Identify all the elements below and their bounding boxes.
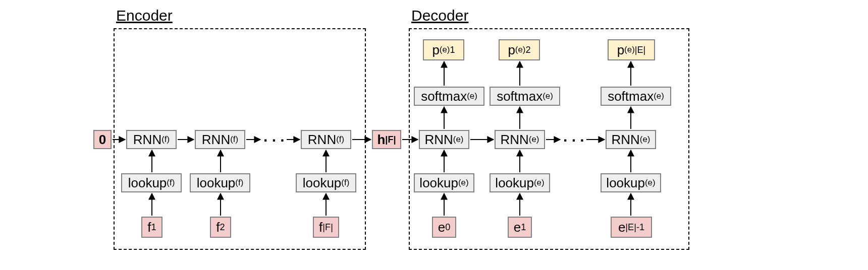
dec-softmax-3: softmax(e) [601, 87, 671, 106]
din-base1: e [438, 220, 445, 235]
dec-softmax-2: softmax(e) [490, 87, 560, 106]
enc-rnn-base: RNN [133, 132, 161, 148]
dlk-sup1: (e) [458, 178, 469, 188]
sm-base1: softmax [421, 89, 467, 104]
hidden-h: h|F| [372, 130, 401, 149]
dec-lookup-1: lookup(e) [414, 173, 474, 192]
enc-lookup-2: lookup(f) [190, 173, 250, 192]
dec-p-2: p(e)2 [499, 39, 540, 60]
enc-rnn-sup3: (f) [336, 134, 344, 145]
enc-rnn-2: RNN(f) [195, 130, 245, 149]
enc-rnn-1: RNN(f) [126, 130, 177, 149]
din-sub3: |E|-1 [625, 222, 644, 233]
dlk-base2: lookup [495, 175, 534, 191]
dec-input-2: e1 [508, 217, 532, 238]
sm-base2: softmax [497, 89, 542, 104]
dec-rnn-3: RNN(e) [606, 130, 656, 149]
h-sub: |F| [385, 134, 396, 145]
p-base1: p [432, 42, 439, 58]
p-sub1: 1 [450, 45, 455, 55]
enc-rnn-base3: RNN [308, 132, 336, 148]
enc-rnn-3: RNN(f) [301, 130, 351, 149]
enc-rnn-sup: (f) [161, 134, 170, 145]
dec-p-1: p(e)1 [423, 39, 464, 60]
drnn-base3: RNN [612, 132, 640, 148]
drnn-sup2: (e) [529, 134, 539, 145]
p-sub2: 2 [526, 45, 531, 55]
enc-rnn-sup2: (f) [230, 134, 238, 145]
dec-lookup-3: lookup(e) [601, 173, 661, 192]
din-base2: e [514, 220, 521, 235]
drnn-sup3: (e) [640, 134, 650, 145]
enc-ellipsis: · · · [263, 132, 285, 149]
enc-in-sub3: |F| [322, 222, 333, 233]
dec-rnn-2: RNN(e) [495, 130, 545, 149]
dec-p-3: p(e)|E| [608, 39, 655, 60]
enc-input-1: f1 [141, 217, 162, 238]
p-sup2: (e) [515, 45, 526, 55]
din-sub2: 1 [521, 222, 526, 233]
dec-rnn-1: RNN(e) [419, 130, 469, 149]
enc-lookup-1: lookup(f) [121, 173, 182, 192]
sm-sup2: (e) [542, 91, 553, 101]
init-zero: 0 [93, 130, 112, 149]
dec-lookup-2: lookup(e) [490, 173, 550, 192]
enc-in-base: f [147, 220, 151, 235]
enc-in-base2: f [216, 220, 220, 235]
dlk-sup2: (e) [534, 178, 545, 188]
din-base3: e [618, 220, 625, 235]
dlk-base3: lookup [606, 175, 645, 191]
enc-lookup-sup: (f) [167, 178, 175, 188]
enc-lookup-base: lookup [128, 175, 167, 191]
sm-sup3: (e) [654, 91, 664, 101]
dec-ellipsis: · · · [563, 132, 584, 149]
decoder-title: Decoder [411, 7, 468, 24]
sm-sup1: (e) [467, 91, 477, 101]
enc-lookup-sup3: (f) [341, 178, 349, 188]
dlk-base1: lookup [419, 175, 458, 191]
drnn-base2: RNN [501, 132, 529, 148]
enc-in-sub2: 2 [220, 222, 225, 233]
enc-lookup-sup2: (f) [235, 178, 243, 188]
p-sup1: (e) [440, 45, 450, 55]
p-sup3: (e) [624, 45, 635, 55]
p-base2: p [508, 42, 515, 58]
din-sub1: 0 [445, 222, 450, 233]
enc-input-2: f2 [210, 217, 231, 238]
enc-lookup-base3: lookup [303, 175, 342, 191]
dec-input-3: e|E|-1 [611, 217, 652, 238]
p-base3: p [617, 42, 624, 58]
h-base: h [377, 132, 385, 148]
enc-in-sub: 1 [151, 222, 156, 233]
enc-lookup-base2: lookup [197, 175, 236, 191]
enc-input-3: f|F| [313, 217, 339, 238]
drnn-base1: RNN [425, 132, 453, 148]
dlk-sup3: (e) [645, 178, 656, 188]
sm-base3: softmax [608, 89, 654, 104]
dec-input-1: e0 [432, 217, 456, 238]
enc-rnn-base2: RNN [202, 132, 230, 148]
drnn-sup1: (e) [453, 134, 464, 145]
enc-lookup-3: lookup(f) [296, 173, 356, 192]
enc-in-base3: f [319, 220, 322, 235]
encoder-title: Encoder [116, 7, 173, 24]
p-sub3: |E| [635, 45, 646, 55]
dec-softmax-1: softmax(e) [414, 87, 484, 106]
